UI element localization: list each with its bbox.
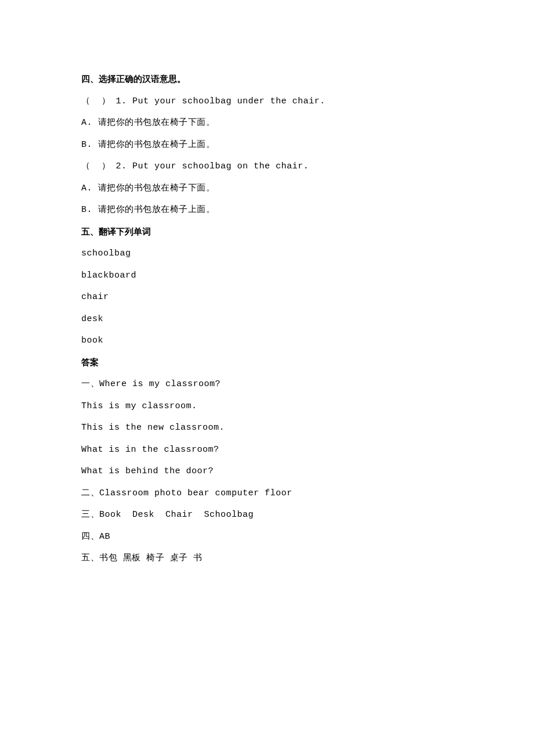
answer-1-line2: This is my classroom. bbox=[81, 395, 459, 417]
answer-1-line1: 一、Where is my classroom? bbox=[81, 373, 459, 395]
answer-1-line4: What is in the classroom? bbox=[81, 439, 459, 461]
section5-heading: 五、翻译下列单词 bbox=[81, 221, 459, 243]
answer-4: 四、AB bbox=[81, 526, 459, 548]
answer-1-line5: What is behind the door? bbox=[81, 460, 459, 483]
word-5: book bbox=[81, 330, 459, 352]
worksheet-page: 四、选择正确的汉语意思。 （ ） 1. Put your schoolbag u… bbox=[0, 0, 534, 756]
word-1: schoolbag bbox=[81, 243, 459, 265]
q1-prompt: （ ） 1. Put your schoolbag under the chai… bbox=[81, 91, 459, 113]
answer-5: 五、书包 黑板 椅子 桌子 书 bbox=[81, 548, 459, 570]
word-4: desk bbox=[81, 308, 459, 330]
section4-heading: 四、选择正确的汉语意思。 bbox=[81, 69, 459, 91]
q2-option-a: A. 请把你的书包放在椅子下面。 bbox=[81, 178, 459, 200]
word-2: blackboard bbox=[81, 265, 459, 287]
answers-heading: 答案 bbox=[81, 352, 459, 374]
q2-option-b: B. 请把你的书包放在椅子上面。 bbox=[81, 199, 459, 221]
answer-2: 二、Classroom photo bear computer floor bbox=[81, 483, 459, 505]
answer-3: 三、Book Desk Chair Schoolbag bbox=[81, 504, 459, 526]
q1-option-a: A. 请把你的书包放在椅子下面。 bbox=[81, 112, 459, 134]
word-3: chair bbox=[81, 286, 459, 308]
q2-prompt: （ ） 2. Put your schoolbag on the chair. bbox=[81, 156, 459, 178]
q1-option-b: B. 请把你的书包放在椅子上面。 bbox=[81, 134, 459, 156]
answer-1-line3: This is the new classroom. bbox=[81, 417, 459, 439]
